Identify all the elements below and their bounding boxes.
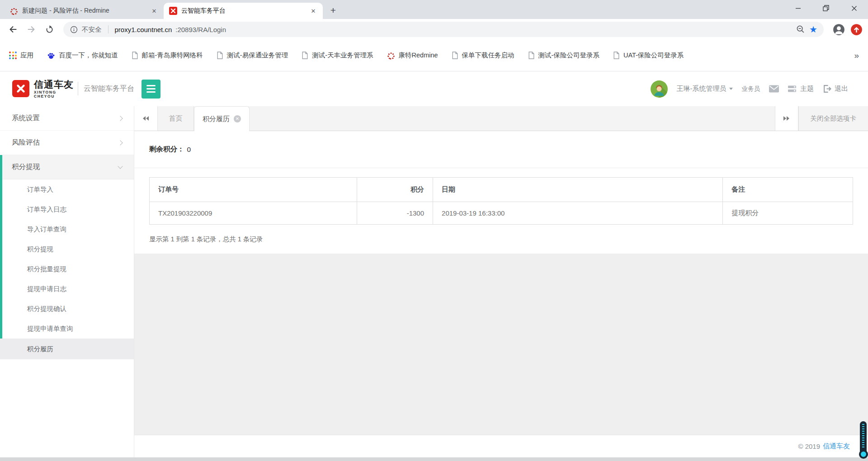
divider <box>108 25 108 33</box>
bookmark-policy-download[interactable]: 保单下载任务启动 <box>452 51 514 60</box>
remaining-points-label: 剩余积分： <box>149 145 184 154</box>
bookmark-yibaotong[interactable]: 测试-易保通业务管理 <box>217 51 288 60</box>
browser-update-icon[interactable] <box>850 24 863 36</box>
tab-close-icon[interactable]: ✕ <box>150 7 158 15</box>
sidebar-toggle-button[interactable] <box>142 80 160 99</box>
page-tab-points-history[interactable]: 积分履历 ✕ <box>194 106 250 131</box>
close-window-button[interactable] <box>840 0 868 16</box>
platform-name: 云智能车务平台 <box>84 84 134 94</box>
subitem-label: 订单导入日志 <box>27 205 66 214</box>
address-bar[interactable]: 不安全 proxy1.countnet.cn:20893/RA/Login ★ <box>63 22 824 37</box>
browser-tab-redmine[interactable]: 新建问题 - 风险评估 - Redmine ✕ <box>5 3 164 19</box>
brand-name: 信通车友 <box>34 80 75 89</box>
divider <box>78 82 78 95</box>
tab-title: 新建问题 - 风险评估 - Redmine <box>22 7 146 15</box>
sidebar-item-system-settings[interactable]: 系统设置 <box>0 106 134 131</box>
theme-label: 主题 <box>800 85 814 93</box>
sidebar-subitem-order-import[interactable]: 订单导入 <box>2 179 134 199</box>
browser-tab-platform[interactable]: 云智能车务平台 ✕ <box>164 3 323 19</box>
minimize-button[interactable] <box>784 0 812 16</box>
reload-button[interactable] <box>42 22 57 37</box>
page-icon <box>613 52 620 59</box>
info-icon[interactable] <box>70 25 78 34</box>
profile-avatar-icon[interactable] <box>833 24 845 36</box>
apps-grid-icon <box>9 52 17 59</box>
bookmark-uat-insurer-login[interactable]: UAT-保险公司登录系 <box>613 51 684 60</box>
new-tab-button[interactable]: + <box>326 4 340 17</box>
user-role[interactable]: 业务员 <box>742 85 760 93</box>
user-avatar[interactable] <box>651 80 668 98</box>
messages-icon[interactable] <box>769 85 779 93</box>
page-icon <box>302 52 308 59</box>
scroll-tabs-left-button[interactable] <box>134 106 158 131</box>
restore-button[interactable] <box>812 0 840 16</box>
bookmark-star-icon[interactable]: ★ <box>809 25 817 34</box>
logout-button[interactable]: 退出 <box>823 85 848 93</box>
scroll-thermometer-widget[interactable] <box>860 421 867 457</box>
tab-title: 云智能车务平台 <box>181 7 305 15</box>
window-controls <box>784 0 868 19</box>
sidebar-subitem-withdraw-request-query[interactable]: 提现申请单查询 <box>2 319 134 339</box>
back-button[interactable] <box>5 22 21 37</box>
bookmark-mail[interactable]: 邮箱-青岛康特网络科 <box>132 51 203 60</box>
sidebar: 系统设置 风险评估 积分提现 订单导入 订单导入日志 导入订单查询 积分提现 <box>0 106 134 457</box>
caret-down-icon <box>729 88 733 90</box>
tab-close-icon[interactable]: ✕ <box>309 7 317 15</box>
sidebar-item-label: 风险评估 <box>12 138 118 147</box>
webpage: 信通车友 XINTONG CHEYOU 云智能车务平台 王琳-系统管理员 业务员… <box>0 71 868 457</box>
tab-label: 积分履历 <box>203 115 230 123</box>
browser-titlebar: 新建问题 - 风险评估 - Redmine ✕ 云智能车务平台 ✕ + <box>0 0 868 19</box>
header-user-area: 王琳-系统管理员 业务员 主题 退出 <box>651 80 868 98</box>
url-path: :20893/RA/Login <box>175 26 226 33</box>
bookmark-label: 测试-天丰业务管理系 <box>312 51 373 60</box>
bookmark-apps[interactable]: 应用 <box>9 51 33 60</box>
logout-label: 退出 <box>835 85 848 93</box>
sidebar-subitem-imported-order-query[interactable]: 导入订单查询 <box>2 219 134 239</box>
bookmark-label: 邮箱-青岛康特网络科 <box>142 51 203 60</box>
page-icon <box>217 52 223 59</box>
cell-date: 2019-03-19 16:33:00 <box>433 202 723 225</box>
bookmark-tianfeng[interactable]: 测试-天丰业务管理系 <box>302 51 373 60</box>
sidebar-item-risk-assessment[interactable]: 风险评估 <box>0 131 134 155</box>
page-tab-home[interactable]: 首页 <box>158 106 194 131</box>
sidebar-subitem-points-history-active[interactable]: 积分履历 <box>0 339 134 359</box>
url-host: proxy1.countnet.cn <box>115 26 172 33</box>
sidebar-subitem-points-batch-withdraw[interactable]: 积分批量提现 <box>2 259 134 279</box>
bookmarks-overflow-chevron[interactable]: » <box>854 51 859 61</box>
cell-order-no: TX201903220009 <box>150 202 357 225</box>
sidebar-subitem-points-withdraw[interactable]: 积分提现 <box>2 239 134 259</box>
bookmark-redmine[interactable]: 康特Redmine <box>387 51 438 60</box>
points-history-panel: 剩余积分： 0 订单号 积分 日期 备注 <box>134 131 868 254</box>
col-header-points: 积分 <box>357 178 433 202</box>
close-tab-icon[interactable]: ✕ <box>234 115 241 122</box>
user-menu[interactable]: 王琳-系统管理员 <box>677 85 733 93</box>
theme-button[interactable]: 主题 <box>788 85 814 93</box>
browser-tabstrip: 新建问题 - 风险评估 - Redmine ✕ 云智能车务平台 ✕ + <box>0 0 340 19</box>
bookmark-test-insurer-login[interactable]: 测试-保险公司登录系 <box>528 51 599 60</box>
page-icon <box>452 52 458 59</box>
sidebar-subitem-order-import-log[interactable]: 订单导入日志 <box>2 199 134 219</box>
chevron-down-icon <box>118 164 123 169</box>
subitem-label: 积分批量提现 <box>27 265 66 273</box>
chevron-right-icon <box>118 116 123 121</box>
sidebar-subitem-withdraw-confirm[interactable]: 积分提现确认 <box>2 299 134 319</box>
app-body: 系统设置 风险评估 积分提现 订单导入 订单导入日志 导入订单查询 积分提现 <box>0 106 868 457</box>
forward-button[interactable] <box>24 22 39 37</box>
page-icon <box>132 52 138 59</box>
sidebar-subitem-withdraw-request-log[interactable]: 提现申请日志 <box>2 279 134 299</box>
subitem-label: 积分履历 <box>27 345 53 353</box>
scroll-tabs-right-button[interactable] <box>775 106 798 131</box>
content-background <box>134 254 868 435</box>
subitem-label: 提现申请单查询 <box>27 325 73 333</box>
remaining-points-row: 剩余积分： 0 <box>134 131 868 168</box>
table-row: TX201903220009 -1300 2019-03-19 16:33:00… <box>150 202 853 225</box>
col-header-remark: 备注 <box>723 178 853 202</box>
close-all-tabs-button[interactable]: 关闭全部选项卡 <box>798 106 868 131</box>
sidebar-item-points-withdrawal[interactable]: 积分提现 <box>2 155 134 179</box>
zoom-indicator-icon[interactable] <box>796 24 806 34</box>
xintong-logo-icon <box>12 80 29 97</box>
bookmark-baidu[interactable]: 百度一下，你就知道 <box>47 51 118 60</box>
logout-icon <box>823 85 831 93</box>
bookmark-label: 保单下载任务启动 <box>462 51 514 60</box>
footer-brand-link[interactable]: 信通车友 <box>823 442 850 451</box>
